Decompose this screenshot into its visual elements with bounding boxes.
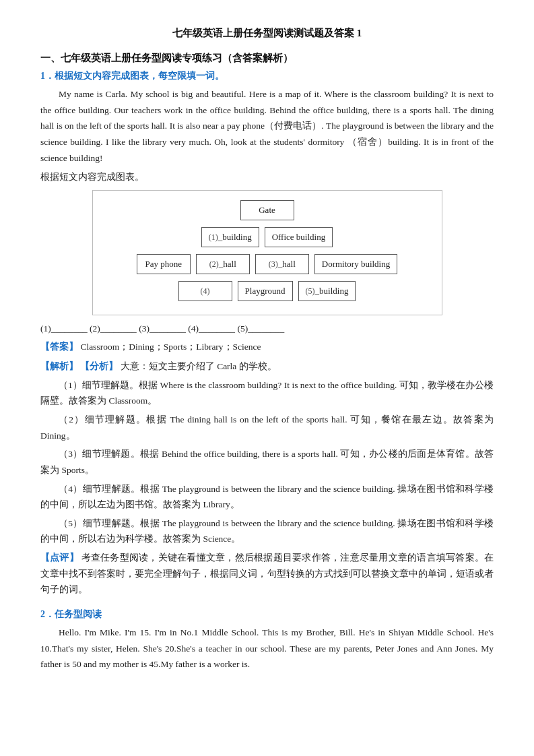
note-section: 【点评】 考查任务型阅读，关键在看懂文章，然后根据题目要求作答，注意尽量用文章的…	[40, 550, 494, 598]
passage1: My name is Carla. My school is big and b…	[40, 86, 494, 166]
note-tag: 【点评】	[40, 553, 79, 563]
page-title: 七年级英语上册任务型阅读测试题及答案 1	[40, 27, 494, 40]
analysis-item-1: （1）细节理解题。根据 Where is the classroom build…	[40, 377, 494, 409]
map-box1-num: (1)	[209, 232, 218, 242]
map-instruction: 根据短文内容完成图表。	[40, 171, 494, 183]
map-box9-num: (5)	[306, 286, 315, 296]
analysis-main: 大意：短文主要介绍了 Carla 的学校。	[121, 361, 277, 371]
analysis-item-5: （5）细节理解题。根据 The playground is between th…	[40, 515, 494, 547]
map-box5: (3)_hall	[255, 254, 309, 274]
answer-section: 【答案】 Classroom；Dining；Sports；Library；Sci…	[40, 341, 494, 353]
map-box4-suffix: _hall	[219, 259, 236, 269]
analysis-items: （1）细节理解题。根据 Where is the classroom build…	[40, 377, 494, 547]
map-box4-num: (2)	[209, 259, 219, 269]
analysis-item-4: （4）细节理解题。根据 The playground is between th…	[40, 481, 494, 513]
map-diagram: Gate (1)_building Office building Pay ph…	[92, 190, 442, 315]
analysis-tag: 【解析】	[40, 361, 78, 371]
note-content: 考查任务型阅读，关键在看懂文章，然后根据题目要求作答，注意尽量用文章的语言填写答…	[40, 553, 494, 594]
section1-header: 一、七年级英语上册任务型阅读专项练习（含答案解析）	[40, 52, 494, 65]
analysis-item-3: （3）细节理解题。根据 Behind the office building, …	[40, 446, 494, 478]
map-box5-num: (3)	[269, 259, 278, 269]
map-box5-suffix: _hall	[278, 259, 296, 269]
map-box7-num: (4)	[201, 286, 210, 296]
map-box6: Dormitory building	[314, 254, 397, 274]
map-box9-suffix: _building	[315, 286, 349, 296]
map-box1-suffix: _building	[218, 232, 252, 242]
answer-tag: 【答案】	[40, 342, 78, 352]
analysis-section: 【解析】 【分析】 大意：短文主要介绍了 Carla 的学校。	[40, 358, 494, 375]
map-box3: Pay phone	[137, 254, 191, 274]
map-gate-box: Gate	[240, 200, 294, 220]
answers-blanks: (1)________ (2)________ (3)________ (4)_…	[40, 323, 494, 334]
q1-label: 1．根据短文内容完成图表，每空限填一词。	[40, 70, 494, 82]
analysis-main-tag: 【分析】	[80, 361, 118, 371]
map-box7: (4)	[178, 281, 232, 301]
q2-label: 2．任务型阅读	[40, 608, 494, 621]
map-box8: Playground	[238, 281, 293, 301]
passage2: Hello. I'm Mike. I'm 15. I'm in No.1 Mid…	[40, 625, 494, 672]
map-box4: (2)_hall	[196, 254, 250, 274]
map-box1: (1)_building	[201, 227, 259, 247]
analysis-item-2: （2）细节理解题。根据 The dining hall is on the le…	[40, 412, 494, 443]
map-box9: (5)_building	[298, 281, 356, 301]
map-box2: Office building	[265, 227, 333, 247]
answer-content: Classroom；Dining；Sports；Library；Science	[80, 342, 261, 352]
